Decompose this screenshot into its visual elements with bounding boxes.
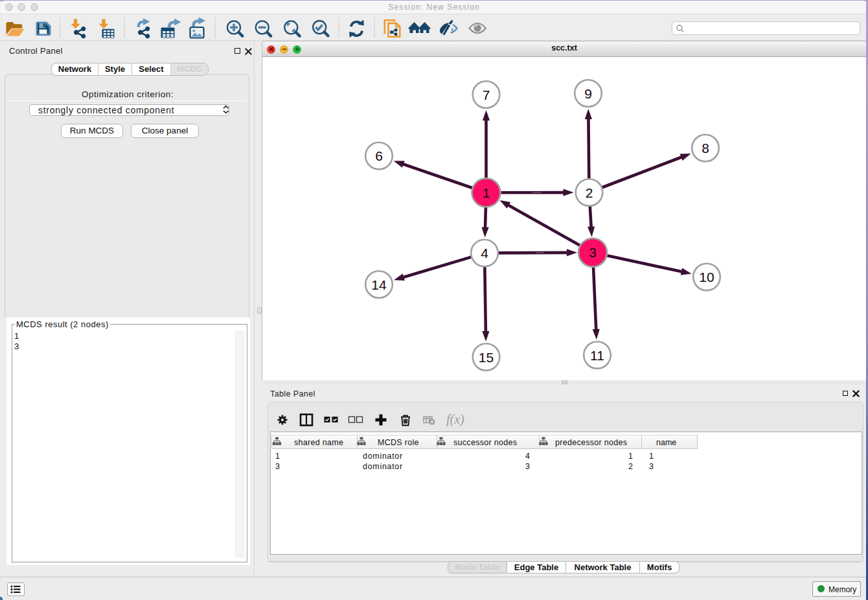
svg-text:9: 9 (584, 86, 592, 101)
svg-text:2: 2 (586, 185, 593, 200)
svg-text:15: 15 (479, 350, 494, 365)
svg-text:7: 7 (483, 87, 490, 102)
svg-text:1: 1 (483, 185, 490, 200)
svg-text:14: 14 (371, 277, 387, 292)
svg-text:3: 3 (589, 245, 597, 260)
svg-text:11: 11 (590, 348, 604, 363)
svg-text:10: 10 (699, 270, 714, 284)
svg-text:f(x): f(x) (446, 413, 464, 426)
svg-text:6: 6 (375, 148, 383, 163)
svg-text:8: 8 (702, 141, 709, 156)
svg-text:4: 4 (481, 246, 488, 260)
